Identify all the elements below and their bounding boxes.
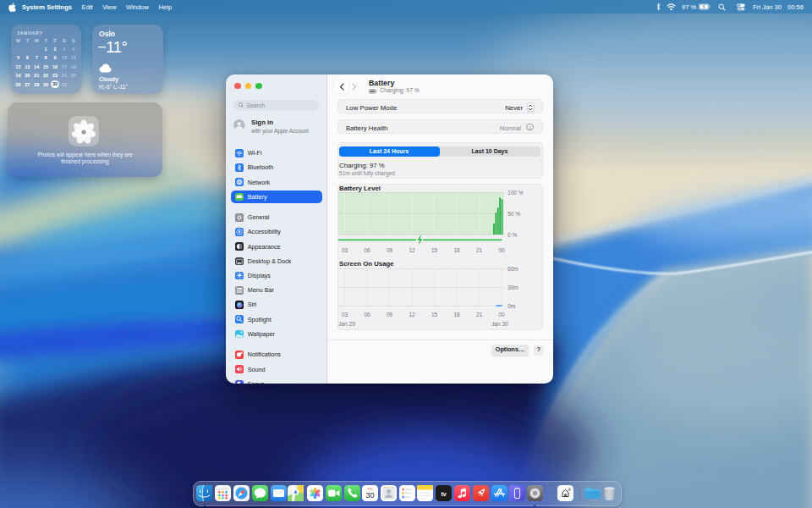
svg-text:30: 30	[365, 491, 374, 500]
svg-text:tv: tv	[441, 491, 446, 497]
svg-text:A: A	[568, 488, 571, 492]
